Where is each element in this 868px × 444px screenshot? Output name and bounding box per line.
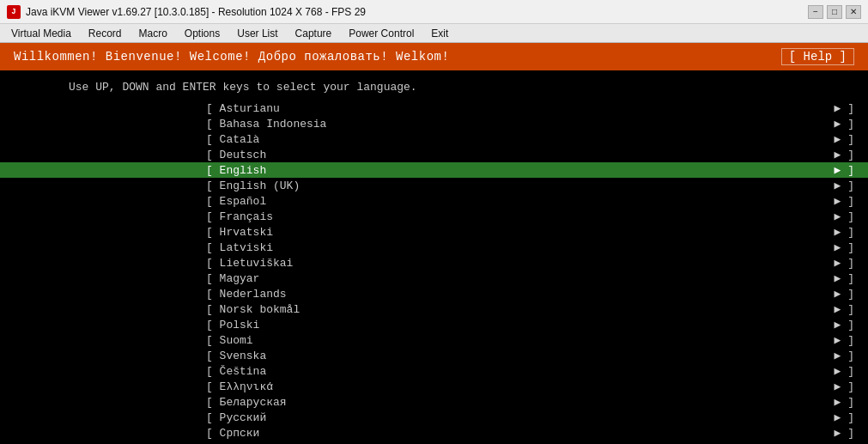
lang-arrow-icon: ▶ ]	[835, 194, 854, 208]
lang-name: [ Ελληνικά	[0, 380, 835, 393]
list-item[interactable]: [ Magyar▶ ]	[0, 271, 868, 286]
language-list: [ Asturianu▶ ][ Bahasa Indonesia▶ ][ Cat…	[0, 100, 868, 444]
lang-arrow-icon: ▶ ]	[835, 240, 854, 254]
help-button[interactable]: [ Help ]	[781, 48, 854, 65]
list-item[interactable]: [ Asturianu▶ ]	[0, 100, 868, 116]
lang-arrow-icon: ▶ ]	[835, 411, 854, 424]
lang-name: [ Српски	[0, 427, 835, 440]
lang-arrow-icon: ▶ ]	[835, 101, 854, 115]
list-item[interactable]: [ Suomi▶ ]	[0, 332, 868, 348]
lang-arrow-icon: ▶ ]	[835, 148, 854, 161]
list-item[interactable]: [ Français▶ ]	[0, 209, 868, 224]
lang-arrow-icon: ▶ ]	[835, 380, 854, 393]
menu-item-options[interactable]: Options	[177, 25, 228, 42]
lang-arrow-icon: ▶ ]	[835, 426, 854, 440]
menu-item-capture[interactable]: Capture	[288, 25, 340, 42]
lang-arrow-icon: ▶ ]	[835, 318, 854, 331]
list-item[interactable]: [ Català▶ ]	[0, 131, 868, 147]
lang-arrow-icon: ▶ ]	[835, 349, 854, 362]
lang-name: [ Español	[0, 195, 835, 208]
lang-name: [ Polski	[0, 319, 835, 331]
lang-arrow-icon: ▶ ]	[835, 395, 854, 409]
lang-arrow-icon: ▶ ]	[835, 287, 854, 301]
list-item[interactable]: [ Polski▶ ]	[0, 317, 868, 332]
lang-name: [ Français	[0, 210, 835, 223]
title-text: Java iKVM Viewer v1.69.27 [10.3.0.185] -…	[26, 6, 366, 18]
lang-name: [ Latviski	[0, 241, 835, 254]
lang-name: [ Беларуская	[0, 396, 835, 409]
lang-arrow-icon: ▶ ]	[835, 179, 854, 192]
lang-name: [ Nederlands	[0, 288, 835, 301]
menu-item-power-control[interactable]: Power Control	[341, 25, 422, 42]
menu-item-record[interactable]: Record	[81, 25, 130, 42]
lang-arrow-icon: ▶ ]	[835, 163, 854, 177]
list-item[interactable]: [ Українська▶ ]	[0, 441, 868, 444]
lang-arrow-icon: ▶ ]	[835, 271, 854, 285]
list-item[interactable]: [ Svenska▶ ]	[0, 348, 868, 363]
app-icon: J	[7, 5, 21, 19]
lang-name: [ Hrvatski	[0, 226, 835, 239]
menu-item-macro[interactable]: Macro	[131, 25, 175, 42]
lang-arrow-icon: ▶ ]	[835, 302, 854, 316]
lang-name: [ Català	[0, 133, 835, 146]
menu-item-user-list[interactable]: User List	[229, 25, 285, 42]
list-item[interactable]: [ Nederlands▶ ]	[0, 286, 868, 301]
title-bar: J Java iKVM Viewer v1.69.27 [10.3.0.185]…	[0, 0, 868, 24]
menu-bar: Virtual MediaRecordMacroOptionsUser List…	[0, 24, 868, 43]
lang-arrow-icon: ▶ ]	[835, 225, 854, 239]
list-item[interactable]: [ Српски▶ ]	[0, 425, 868, 441]
lang-arrow-icon: ▶ ]	[835, 333, 854, 347]
list-item[interactable]: [ Русский▶ ]	[0, 410, 868, 425]
list-item[interactable]: [ Беларуская▶ ]	[0, 394, 868, 410]
list-item[interactable]: [ Norsk bokmål▶ ]	[0, 301, 868, 317]
instruction-text: Use UP, DOWN and ENTER keys to select yo…	[0, 70, 868, 100]
lang-name: [ Bahasa Indonesia	[0, 118, 835, 131]
menu-item-exit[interactable]: Exit	[423, 25, 456, 42]
minimize-button[interactable]: −	[808, 5, 823, 19]
lang-name: [ Asturianu	[0, 102, 835, 115]
list-item[interactable]: [ Hrvatski▶ ]	[0, 224, 868, 240]
list-item[interactable]: [ Latviski▶ ]	[0, 240, 868, 255]
list-item[interactable]: [ Deutsch▶ ]	[0, 147, 868, 162]
close-button[interactable]: ✕	[846, 5, 861, 19]
lang-name: [ Lietuviškai	[0, 257, 835, 270]
lang-name: [ Magyar	[0, 272, 835, 285]
list-item[interactable]: [ Bahasa Indonesia▶ ]	[0, 116, 868, 131]
list-item[interactable]: [ Lietuviškai▶ ]	[0, 255, 868, 271]
lang-name: [ Čeština	[0, 365, 835, 378]
menu-item-virtual-media[interactable]: Virtual Media	[3, 25, 79, 42]
list-item[interactable]: [ Ελληνικά▶ ]	[0, 379, 868, 394]
list-item[interactable]: [ Čeština▶ ]	[0, 363, 868, 379]
lang-name: [ Русский	[0, 411, 835, 424]
lang-arrow-icon: ▶ ]	[835, 117, 854, 131]
list-item[interactable]: [ Español▶ ]	[0, 193, 868, 209]
title-bar-left: J Java iKVM Viewer v1.69.27 [10.3.0.185]…	[7, 5, 366, 19]
banner: Willkommen! Bienvenue! Welcome! Добро по…	[0, 43, 868, 70]
lang-arrow-icon: ▶ ]	[835, 256, 854, 270]
list-item[interactable]: [ English (UK)▶ ]	[0, 178, 868, 193]
lang-name: [ Svenska	[0, 350, 835, 362]
lang-arrow-icon: ▶ ]	[835, 364, 854, 378]
window-controls: − □ ✕	[808, 5, 861, 19]
lang-arrow-icon: ▶ ]	[835, 132, 854, 146]
lang-name: [ Deutsch	[0, 149, 835, 161]
lang-name: [ Norsk bokmål	[0, 303, 835, 316]
list-item[interactable]: [ English▶ ]	[0, 162, 868, 178]
lang-arrow-icon: ▶ ]	[835, 210, 854, 223]
lang-name: [ English	[0, 164, 835, 177]
maximize-button[interactable]: □	[827, 5, 842, 19]
lang-name: [ English (UK)	[0, 179, 835, 192]
kvm-screen: Willkommen! Bienvenue! Welcome! Добро по…	[0, 43, 868, 444]
lang-name: [ Suomi	[0, 334, 835, 347]
banner-text: Willkommen! Bienvenue! Welcome! Добро по…	[14, 50, 449, 64]
